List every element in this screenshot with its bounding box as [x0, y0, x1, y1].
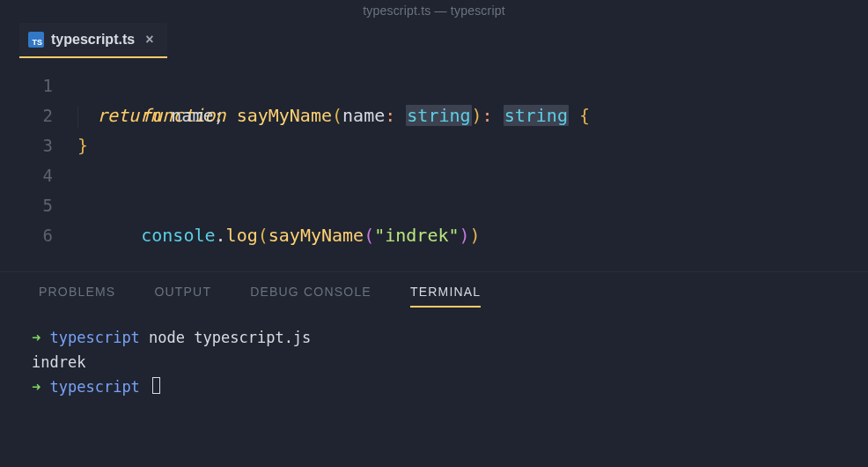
- brace: }: [77, 135, 88, 156]
- editor-tabs: TS typescript.ts ×: [0, 23, 868, 58]
- tab-problems[interactable]: PROBLEMS: [39, 285, 115, 308]
- function-call: sayMyName: [268, 225, 364, 246]
- code-editor[interactable]: 1 function sayMyName(name: string): stri…: [0, 58, 868, 271]
- paren: ): [472, 105, 482, 126]
- param-name: name: [342, 105, 385, 126]
- method-log: log: [226, 225, 258, 246]
- terminal-line: ➜ typescript node typescript.js: [32, 325, 868, 350]
- panel-tabs: PROBLEMS OUTPUT DEBUG CONSOLE TERMINAL: [0, 285, 868, 316]
- line-number: 1: [0, 70, 77, 100]
- tab-terminal[interactable]: TERMINAL: [410, 285, 481, 308]
- string-literal: "indrek": [374, 225, 459, 246]
- semicolon: ;: [213, 105, 224, 126]
- paren: ): [470, 225, 481, 246]
- identifier: name: [171, 105, 213, 126]
- prompt-arrow-icon: ➜: [32, 329, 40, 346]
- brace: {: [579, 105, 590, 126]
- paren: (: [258, 225, 268, 246]
- tab-label: typescript.ts: [51, 32, 135, 48]
- terminal-line: ➜ typescript: [32, 374, 868, 399]
- prompt-cwd: typescript: [50, 329, 140, 346]
- paren: (: [364, 225, 374, 246]
- function-name: sayMyName: [237, 105, 332, 126]
- line-number: 3: [0, 130, 77, 160]
- code-line: 1 function sayMyName(name: string): stri…: [0, 70, 868, 100]
- close-icon[interactable]: ×: [142, 31, 157, 48]
- window-title: typescript.ts — typescript: [0, 0, 868, 23]
- line-number: 6: [0, 220, 77, 250]
- colon: :: [385, 105, 395, 126]
- object-console: console: [141, 225, 215, 246]
- dot: .: [216, 225, 226, 246]
- tab-typescript[interactable]: TS typescript.ts ×: [19, 23, 167, 58]
- code-line: 4: [0, 160, 868, 190]
- type-annotation: string: [406, 105, 471, 126]
- prompt-cwd: typescript: [50, 378, 140, 396]
- line-number: 2: [0, 100, 77, 130]
- indent-guide: [77, 107, 97, 128]
- tab-debug-console[interactable]: DEBUG CONSOLE: [250, 285, 371, 308]
- type-annotation: string: [504, 105, 569, 126]
- typescript-icon: TS: [28, 32, 44, 48]
- paren: ): [460, 225, 470, 246]
- terminal-output[interactable]: ➜ typescript node typescript.js indrek ➜…: [0, 316, 868, 399]
- keyword-return: return: [97, 105, 160, 126]
- code-line: 5 console.log(sayMyName("indrek")): [0, 190, 868, 220]
- terminal-line: indrek: [32, 350, 868, 374]
- terminal-command: node typescript.js: [149, 329, 311, 346]
- tab-output[interactable]: OUTPUT: [154, 285, 211, 308]
- colon: :: [482, 105, 493, 126]
- paren: (: [332, 105, 342, 126]
- line-number: 5: [0, 190, 77, 220]
- bottom-panel: PROBLEMS OUTPUT DEBUG CONSOLE TERMINAL ➜…: [0, 271, 868, 399]
- terminal-cursor: [152, 377, 160, 394]
- line-number: 4: [0, 160, 77, 190]
- prompt-arrow-icon: ➜: [32, 378, 40, 396]
